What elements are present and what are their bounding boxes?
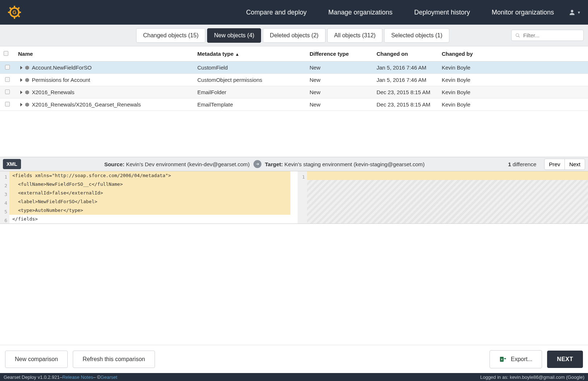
filter-box[interactable]	[511, 30, 584, 41]
action-bar: New comparison Refresh this comparison X…	[0, 345, 588, 373]
tab-new-objects-4-[interactable]: New objects (4)	[207, 28, 261, 43]
expand-caret-icon[interactable]	[20, 78, 22, 82]
object-icon	[25, 65, 30, 70]
col-metadata-type[interactable]: Metadata type ▲	[194, 46, 306, 62]
svg-line-11	[518, 36, 520, 37]
svg-point-9	[571, 10, 574, 12]
expand-caret-icon[interactable]	[20, 103, 22, 106]
footer: Gearset Deploy v1.0.2.921 – Release Note…	[0, 373, 588, 381]
search-icon	[515, 33, 520, 38]
svg-text:X: X	[501, 357, 503, 361]
cell-difftype: New	[306, 62, 373, 74]
cell-changed_by: Kevin Boyle	[438, 86, 588, 99]
top-nav: G Compare and deploy Manage organization…	[0, 0, 588, 25]
target-pane: 1	[290, 171, 588, 223]
xml-badge: XML	[3, 159, 21, 169]
cell-changed_on: Jan 5, 2016 7:46 AM	[373, 62, 438, 74]
nav-manage-orgs[interactable]: Manage organizations	[328, 9, 392, 16]
target-value: Kevin's staging environment (kevin-stagi…	[284, 161, 424, 167]
cell-changed_on: Jan 5, 2016 7:46 AM	[373, 74, 438, 86]
results-table: Name Metadata type ▲ Difference type Cha…	[0, 46, 588, 157]
row-name-label: Permissions for Account	[32, 77, 90, 83]
export-button[interactable]: X Export...	[490, 350, 542, 368]
tab-all-objects-312-[interactable]: All objects (312)	[327, 28, 383, 43]
object-icon	[25, 102, 30, 107]
source-code: <fields xmlns="http://soap.sforce.com/20…	[9, 171, 290, 223]
new-comparison-button[interactable]: New comparison	[5, 351, 68, 368]
table-row[interactable]: Permissions for AccountCustomObject perm…	[0, 74, 588, 86]
footer-sep2: – ©	[93, 374, 100, 380]
next-button[interactable]: NEXT	[547, 351, 583, 368]
source-label: Source:	[104, 161, 125, 167]
row-name-label: X2016_Renewals/X2016_Gearset_Renewals	[32, 101, 141, 108]
source-gutter: 123456	[0, 171, 9, 223]
filter-input[interactable]	[523, 32, 580, 38]
user-menu[interactable]: ▼	[568, 9, 581, 16]
cell-metatype: CustomField	[194, 62, 306, 74]
logged-in-label: Logged in as:	[480, 374, 510, 380]
refresh-comparison-button[interactable]: Refresh this comparison	[73, 351, 155, 368]
cell-difftype: New	[306, 99, 373, 111]
col-changed-by[interactable]: Changed by	[438, 46, 588, 62]
footer-sep: –	[60, 374, 62, 380]
select-all-checkbox[interactable]	[4, 51, 8, 56]
app-logo: G	[7, 5, 22, 20]
cell-changed_on: Dec 23, 2015 8:15 AM	[373, 99, 438, 111]
row-checkbox[interactable]	[5, 89, 10, 94]
nav-deployment-history[interactable]: Deployment history	[414, 9, 470, 16]
expand-caret-icon[interactable]	[20, 91, 22, 94]
target-gutter: 1	[298, 171, 307, 223]
brand-link[interactable]: Gearset	[101, 374, 117, 380]
logged-in-user: kevin.boyle86@gmail.com (Google)	[510, 374, 584, 380]
release-notes-link[interactable]: Release Notes	[62, 374, 93, 380]
row-checkbox[interactable]	[5, 77, 10, 82]
expand-caret-icon[interactable]	[20, 66, 22, 70]
cell-difftype: New	[306, 74, 373, 86]
nav-compare-deploy[interactable]: Compare and deploy	[246, 9, 307, 16]
next-diff-button[interactable]: Next	[564, 159, 585, 170]
col-changed-on[interactable]: Changed on	[373, 46, 438, 62]
target-code	[307, 171, 588, 223]
row-checkbox[interactable]	[5, 65, 10, 70]
row-checkbox[interactable]	[5, 102, 10, 106]
svg-text:G: G	[13, 9, 17, 15]
diff-count-word: difference	[513, 161, 537, 167]
svg-rect-2	[14, 17, 15, 19]
target-label: Target:	[265, 161, 283, 167]
cell-changed_by: Kevin Boyle	[438, 99, 588, 111]
source-value: Kevin's Dev environment (kevin-dev@gears…	[126, 161, 250, 167]
tab-deleted-objects-2-[interactable]: Deleted objects (2)	[263, 28, 325, 43]
target-empty-line	[307, 171, 588, 180]
cell-metatype: CustomObject permissions	[194, 74, 306, 86]
table-row[interactable]: X2016_RenewalsEmailFolderNewDec 23, 2015…	[0, 86, 588, 99]
nav-monitor-orgs[interactable]: Monitor organizations	[492, 9, 554, 16]
diff-toolbar: XML Source: Kevin's Dev environment (kev…	[0, 157, 588, 171]
col-difference-type[interactable]: Difference type	[306, 46, 373, 62]
prev-diff-button[interactable]: Prev	[544, 159, 565, 170]
target-hatch-area	[307, 180, 588, 223]
user-icon	[568, 9, 576, 16]
arrow-right-icon	[253, 160, 261, 168]
svg-rect-3	[8, 12, 10, 13]
diff-count-number: 1	[508, 161, 511, 167]
tab-row: Changed objects (15)New objects (4)Delet…	[0, 25, 588, 46]
col-name[interactable]: Name	[14, 46, 194, 62]
excel-icon: X	[499, 356, 507, 363]
source-pane: 123456 <fields xmlns="http://soap.sforce…	[0, 171, 290, 223]
diff-panes: 123456 <fields xmlns="http://soap.sforce…	[0, 171, 588, 224]
tab-changed-objects-15-[interactable]: Changed objects (15)	[136, 28, 205, 43]
cell-metatype: EmailFolder	[194, 86, 306, 99]
row-name-label: X2016_Renewals	[32, 89, 75, 95]
caret-down-icon: ▼	[577, 11, 581, 14]
cell-changed_on: Dec 23, 2015 8:15 AM	[373, 86, 438, 99]
svg-point-10	[516, 33, 519, 36]
svg-rect-4	[19, 12, 21, 13]
cell-changed_by: Kevin Boyle	[438, 62, 588, 74]
table-row[interactable]: X2016_Renewals/X2016_Gearset_RenewalsEma…	[0, 99, 588, 111]
table-row[interactable]: Account.NewFieldForSOCustomFieldNewJan 5…	[0, 62, 588, 74]
sort-asc-icon: ▲	[235, 52, 239, 57]
tab-selected-objects-1-[interactable]: Selected objects (1)	[384, 28, 449, 43]
cell-difftype: New	[306, 86, 373, 99]
cell-metatype: EmailTemplate	[194, 99, 306, 111]
object-icon	[25, 78, 30, 83]
